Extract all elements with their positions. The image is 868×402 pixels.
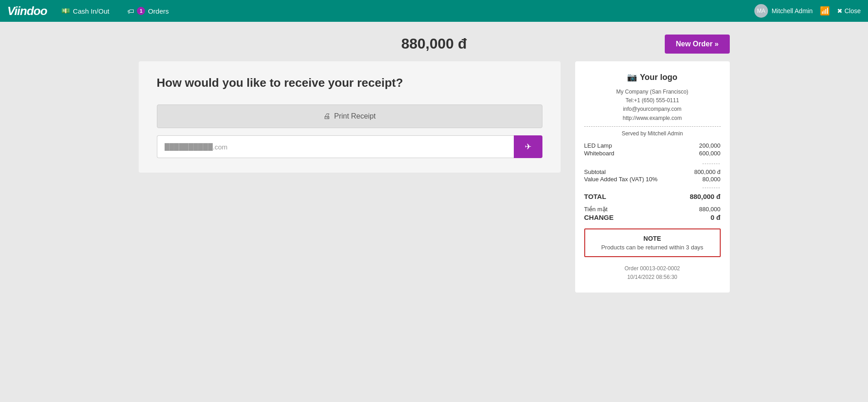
close-label: Close	[844, 7, 861, 15]
email-input[interactable]	[157, 135, 514, 158]
send-email-button[interactable]: ✈	[514, 135, 542, 158]
orders-nav[interactable]: 🏷 1 Orders	[124, 5, 172, 17]
receipt-items: LED Lamp 200,000 Whiteboard 600,000	[584, 142, 721, 157]
order-total-bar: 880,000 đ New Order »	[139, 31, 730, 61]
camera-icon: 📷	[627, 72, 637, 82]
company-web: http://www.example.com	[584, 114, 721, 123]
order-number: Order 00013-002-0002	[584, 264, 721, 273]
subtotal-row: Subtotal 800,000 đ	[584, 169, 721, 175]
cash-in-out-nav[interactable]: 💵 Cash In/Out	[58, 5, 113, 17]
printer-icon: 🖨	[323, 112, 331, 120]
receipt-panel: 📷 Your logo My Company (San Francisco) T…	[575, 61, 730, 293]
email-row: ✈	[157, 135, 542, 158]
table-row: Whiteboard 600,000	[584, 150, 721, 157]
served-by: Served by Mitchell Admin	[584, 130, 721, 137]
receipt-subtotals: Subtotal 800,000 đ Value Added Tax (VAT)…	[584, 169, 721, 183]
receipt-logo-area: 📷 Your logo	[584, 72, 721, 82]
close-button[interactable]: ✖ Close	[837, 7, 861, 15]
item-name: LED Lamp	[584, 142, 612, 149]
nav-right-section: MA Mitchell Admin 📶 ✖ Close	[754, 4, 861, 18]
top-navigation: Viindoo 💵 Cash In/Out 🏷 1 Orders MA Mitc…	[0, 0, 868, 22]
subtotal-label: Subtotal	[584, 169, 606, 175]
change-label: CHANGE	[584, 213, 614, 221]
close-icon: ✖	[837, 7, 843, 15]
orders-label: Orders	[148, 7, 169, 15]
subtotal-value: 800,000 đ	[694, 169, 721, 175]
note-text: Products can be returned within 3 days	[591, 244, 714, 251]
orders-icon: 🏷	[127, 7, 134, 15]
wifi-icon: 📶	[820, 6, 830, 16]
note-title: NOTE	[591, 235, 714, 242]
order-total-amount: 880,000 đ	[401, 35, 467, 52]
payment-value: 880,000	[699, 206, 721, 213]
user-menu[interactable]: MA Mitchell Admin	[754, 4, 813, 18]
receipt-options-panel: How would you like to receive your recei…	[139, 61, 561, 173]
main-content: 880,000 đ New Order » How would you like…	[0, 22, 868, 402]
total-value: 880,000 đ	[690, 193, 721, 200]
note-box: NOTE Products can be returned within 3 d…	[584, 228, 721, 257]
orders-badge: 1	[137, 7, 145, 15]
item-name: Whiteboard	[584, 150, 614, 157]
payment-row: Tiền mặt 880,000	[584, 206, 721, 213]
divider-1	[584, 126, 721, 127]
user-name: Mitchell Admin	[772, 7, 813, 15]
order-date: 10/14/2022 08:56:30	[584, 273, 721, 282]
company-tel: Tel:+1 (650) 555-0111	[584, 96, 721, 105]
receipt-question: How would you like to receive your recei…	[157, 76, 542, 90]
item-amount: 600,000	[699, 150, 721, 157]
company-email: info@yourcompany.com	[584, 105, 721, 114]
total-row: TOTAL 880,000 đ	[584, 193, 721, 200]
cash-icon: 💵	[61, 7, 70, 15]
company-info: My Company (San Francisco) Tel:+1 (650) …	[584, 88, 721, 123]
vat-value: 80,000	[702, 176, 721, 183]
payment-label: Tiền mặt	[584, 206, 608, 213]
table-row: LED Lamp 200,000	[584, 142, 721, 149]
change-row: CHANGE 0 đ	[584, 213, 721, 221]
total-separator: --------	[584, 184, 721, 191]
new-order-button[interactable]: New Order »	[665, 35, 729, 54]
logo-text: Your logo	[640, 73, 677, 82]
order-info: Order 00013-002-0002 10/14/2022 08:56:30	[584, 264, 721, 282]
company-name: My Company (San Francisco)	[584, 88, 721, 96]
print-receipt-button[interactable]: 🖨 Print Receipt	[157, 104, 542, 128]
item-amount: 200,000	[699, 142, 721, 149]
vat-label: Value Added Tax (VAT) 10%	[584, 176, 658, 183]
items-separator: --------	[584, 160, 721, 167]
content-row: How would you like to receive your recei…	[139, 61, 730, 293]
print-receipt-label: Print Receipt	[334, 112, 376, 120]
total-label: TOTAL	[584, 193, 607, 200]
vat-row: Value Added Tax (VAT) 10% 80,000	[584, 176, 721, 183]
change-value: 0 đ	[711, 213, 721, 221]
receipt-logo: 📷 Your logo	[584, 72, 721, 82]
app-logo: Viindoo	[7, 4, 47, 18]
cash-label: Cash In/Out	[73, 7, 109, 15]
avatar: MA	[754, 4, 768, 18]
